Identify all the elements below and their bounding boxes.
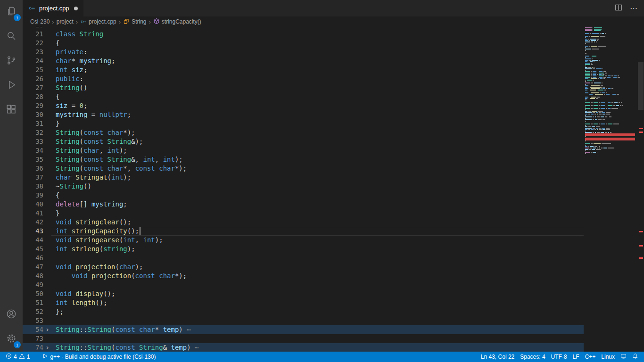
- line-number[interactable]: 22: [23, 39, 43, 48]
- line-number[interactable]: 36: [23, 164, 43, 173]
- activity-item-run-debug[interactable]: [0, 74, 23, 98]
- code-line[interactable]: 46: [23, 254, 584, 263]
- code-line[interactable]: 31}: [23, 119, 584, 128]
- line-number[interactable]: 43: [23, 227, 43, 236]
- code-line[interactable]: 48 void projection(const char*);: [23, 272, 584, 280]
- activity-item-settings[interactable]: 1: [0, 327, 23, 352]
- line-number[interactable]: 41: [23, 209, 43, 218]
- line-number[interactable]: 48: [23, 272, 43, 280]
- line-number[interactable]: 42: [23, 218, 43, 227]
- activity-item-explorer[interactable]: 1: [0, 0, 23, 25]
- debug-task-indicator[interactable]: g++ - Build and debug active file (Csi-1…: [39, 352, 158, 362]
- line-number[interactable]: 45: [23, 245, 43, 254]
- line-number[interactable]: 46: [23, 254, 43, 263]
- line-number[interactable]: 26: [23, 74, 43, 83]
- code-line[interactable]: 52};: [23, 307, 584, 316]
- code-line[interactable]: 40delete[] mystring;: [23, 200, 584, 209]
- line-number[interactable]: 38: [23, 182, 43, 191]
- code-line[interactable]: 34String(char, int);: [23, 146, 584, 155]
- breadcrumb-item-method[interactable]: stringCapacity(): [153, 18, 201, 26]
- line-number[interactable]: 29: [23, 101, 43, 110]
- line-number[interactable]: 35: [23, 155, 43, 164]
- activity-item-source-control[interactable]: [0, 49, 23, 74]
- encoding[interactable]: UTF-8: [548, 352, 570, 362]
- code-line[interactable]: 43int stringCapacity();: [23, 227, 584, 236]
- code-line[interactable]: 25int siz;: [23, 66, 584, 74]
- code-line[interactable]: 36String(const char*, const char*);: [23, 164, 584, 173]
- problems-indicator[interactable]: 4 1: [3, 352, 33, 362]
- line-number[interactable]: 47: [23, 263, 43, 272]
- breadcrumb-item-folder[interactable]: project: [57, 18, 74, 25]
- code-line[interactable]: 26public:: [23, 74, 584, 83]
- line-number[interactable]: 25: [23, 66, 43, 74]
- line-number[interactable]: 50: [23, 289, 43, 298]
- code-line[interactable]: 53: [23, 316, 584, 325]
- code-line[interactable]: 22{: [23, 39, 584, 48]
- code-line[interactable]: 23private:: [23, 48, 584, 57]
- line-number[interactable]: 39: [23, 191, 43, 200]
- line-number[interactable]: 37: [23, 173, 43, 182]
- code-line[interactable]: 24char* mystring;: [23, 57, 584, 66]
- code-line[interactable]: 54›String::String(const char* temp) ⋯: [23, 325, 584, 334]
- breadcrumb-item-file[interactable]: C++ project.cpp: [80, 18, 116, 26]
- line-number[interactable]: 27: [23, 83, 43, 92]
- more-actions-icon[interactable]: ⋯: [630, 5, 637, 12]
- line-number[interactable]: 51: [23, 298, 43, 307]
- line-number[interactable]: 24: [23, 57, 43, 66]
- line-number[interactable]: 54: [23, 325, 43, 334]
- platform-indicator[interactable]: Linux: [598, 352, 618, 362]
- cursor-position[interactable]: Ln 43, Col 22: [478, 352, 517, 362]
- code-line[interactable]: 41}: [23, 209, 584, 218]
- language-mode[interactable]: C++: [582, 352, 599, 362]
- line-number[interactable]: 53: [23, 316, 43, 325]
- code-line[interactable]: 47void projection(char);: [23, 263, 584, 272]
- activity-item-extensions[interactable]: [0, 98, 23, 123]
- code-line[interactable]: 39{: [23, 191, 584, 200]
- code-line[interactable]: 74›String::String(const String& temp) ⋯: [23, 343, 584, 352]
- code-line[interactable]: 38~String(): [23, 182, 584, 191]
- line-number[interactable]: 33: [23, 137, 43, 146]
- code-line[interactable]: 45int strleng(string);: [23, 245, 584, 254]
- code-line[interactable]: 28{: [23, 92, 584, 101]
- minimap[interactable]: [584, 27, 637, 352]
- line-number[interactable]: 21: [23, 30, 43, 39]
- line-number[interactable]: 28: [23, 92, 43, 101]
- fold-chevron-icon[interactable]: ›: [43, 343, 51, 352]
- tab-project-cpp[interactable]: C++ project.cpp: [23, 0, 83, 16]
- code-line[interactable]: 73: [23, 334, 584, 343]
- line-number[interactable]: 23: [23, 48, 43, 57]
- line-number[interactable]: 49: [23, 280, 43, 289]
- line-number[interactable]: 44: [23, 236, 43, 245]
- fold-chevron-icon[interactable]: ›: [43, 325, 51, 334]
- line-number[interactable]: 40: [23, 200, 43, 209]
- line-number[interactable]: 34: [23, 146, 43, 155]
- line-number[interactable]: 32: [23, 128, 43, 137]
- code-line[interactable]: 44void stringearse(int, int);: [23, 236, 584, 245]
- activity-item-account[interactable]: [0, 303, 23, 327]
- code-line[interactable]: 42void stringclear();: [23, 218, 584, 227]
- eol-sequence[interactable]: LF: [570, 352, 582, 362]
- split-editor-icon[interactable]: [615, 4, 622, 13]
- breadcrumb-item-class[interactable]: String: [123, 18, 146, 26]
- code-line[interactable]: 50void display();: [23, 289, 584, 298]
- code-line[interactable]: 27String(): [23, 83, 584, 92]
- code-line[interactable]: 51int length();: [23, 298, 584, 307]
- code-line[interactable]: 30mystring = nullptr;: [23, 110, 584, 119]
- code-line[interactable]: 21class String: [23, 30, 584, 39]
- code-line[interactable]: 32String(const char*);: [23, 128, 584, 137]
- line-number[interactable]: 74: [23, 343, 43, 352]
- code-line[interactable]: 49: [23, 280, 584, 289]
- code-lines[interactable]: 2021class String22{23private:24char* mys…: [23, 27, 584, 352]
- notifications[interactable]: [629, 352, 641, 362]
- screen-cast-indicator[interactable]: [618, 352, 629, 362]
- activity-item-search[interactable]: [0, 25, 23, 49]
- code-line[interactable]: 35String(const String&, int, int);: [23, 155, 584, 164]
- code-line[interactable]: 33String(const String&);: [23, 137, 584, 146]
- line-number[interactable]: 52: [23, 307, 43, 316]
- modified-dot-icon[interactable]: [74, 7, 78, 10]
- breadcrumb-item-workspace[interactable]: Csi-230: [30, 18, 50, 25]
- line-number[interactable]: 30: [23, 110, 43, 119]
- code-line[interactable]: 29siz = 0;: [23, 101, 584, 110]
- line-number[interactable]: 31: [23, 119, 43, 128]
- line-number[interactable]: 73: [23, 334, 43, 343]
